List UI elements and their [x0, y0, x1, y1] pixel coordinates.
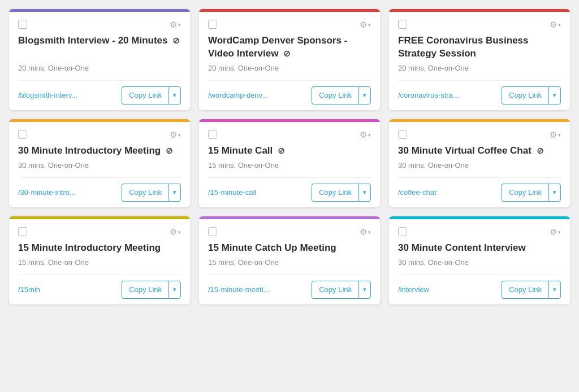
gear-icon: ⚙: [550, 130, 557, 140]
card-header-row: ⚙ ▾: [208, 20, 371, 30]
card-link[interactable]: /blogsmith-interv...: [18, 91, 117, 99]
hidden-icon: ⊘: [172, 35, 180, 46]
card-link[interactable]: /30-minute-intro...: [18, 188, 117, 197]
card-gear-menu[interactable]: ⚙ ▾: [170, 20, 181, 30]
card-footer: /coffee-chat Copy Link ▾: [398, 177, 561, 202]
gear-icon: ⚙: [550, 227, 557, 237]
card-meta: 20 mins, One-on-One: [398, 64, 561, 72]
card-checkbox[interactable]: [208, 227, 217, 236]
card-title: Blogsmith Interview - 20 Minutes ⊘: [18, 34, 181, 60]
event-card: ⚙ ▾ 15 Minute Catch Up Meeting 15 mins, …: [199, 216, 380, 304]
gear-icon: ⚙: [550, 20, 557, 30]
card-checkbox[interactable]: [18, 20, 27, 29]
card-checkbox[interactable]: [398, 227, 407, 236]
card-gear-menu[interactable]: ⚙ ▾: [550, 130, 561, 140]
card-link[interactable]: /wordcamp-denv...: [208, 91, 307, 99]
copy-link-dropdown-button[interactable]: ▾: [168, 86, 181, 104]
copy-link-button[interactable]: Copy Link: [312, 184, 358, 202]
card-checkbox[interactable]: [18, 227, 27, 236]
card-header-row: ⚙ ▾: [18, 130, 181, 140]
copy-link-button[interactable]: Copy Link: [502, 184, 548, 202]
copy-link-button[interactable]: Copy Link: [312, 281, 358, 299]
chevron-down-icon: ▾: [558, 132, 561, 138]
card-title: FREE Coronavirus Business Strategy Sessi…: [398, 34, 561, 60]
card-link[interactable]: /15-minute-call: [208, 188, 307, 197]
card-link[interactable]: /coronavirus-stra...: [398, 91, 497, 99]
card-link[interactable]: /15min: [18, 285, 117, 294]
card-header-row: ⚙ ▾: [18, 227, 181, 237]
card-footer: /15min Copy Link ▾: [18, 275, 181, 299]
chevron-down-icon: ▾: [178, 22, 181, 28]
card-body: ⚙ ▾ Blogsmith Interview - 20 Minutes ⊘ 2…: [9, 12, 190, 110]
card-header-row: ⚙ ▾: [208, 227, 371, 237]
copy-link-dropdown-button[interactable]: ▾: [358, 86, 371, 104]
card-gear-menu[interactable]: ⚙ ▾: [360, 20, 371, 30]
card-title: 30 Minute Virtual Coffee Chat ⊘: [398, 145, 561, 158]
card-meta: 15 mins, One-on-One: [18, 258, 181, 267]
chevron-down-icon: ▾: [558, 229, 561, 235]
copy-link-button[interactable]: Copy Link: [122, 281, 168, 299]
chevron-down-icon: ▾: [178, 132, 181, 138]
copy-link-button[interactable]: Copy Link: [122, 86, 168, 104]
hidden-icon: ⊘: [278, 145, 285, 156]
event-card: ⚙ ▾ 30 Minute Introductory Meeting ⊘ 30 …: [9, 119, 190, 207]
event-card: ⚙ ▾ 15 Minute Call ⊘ 15 mins, One-on-One…: [199, 119, 380, 207]
card-header-row: ⚙ ▾: [398, 227, 561, 237]
gear-icon: ⚙: [360, 227, 367, 237]
card-checkbox[interactable]: [18, 130, 27, 139]
gear-icon: ⚙: [170, 227, 177, 237]
chevron-down-icon: ▾: [173, 189, 176, 196]
card-gear-menu[interactable]: ⚙ ▾: [170, 130, 181, 140]
chevron-down-icon: ▾: [178, 229, 181, 235]
card-gear-menu[interactable]: ⚙ ▾: [360, 227, 371, 237]
card-meta: 30 mins, One-on-One: [18, 161, 181, 169]
copy-link-dropdown-button[interactable]: ▾: [168, 184, 181, 202]
card-checkbox[interactable]: [208, 130, 217, 139]
copy-link-button[interactable]: Copy Link: [122, 184, 168, 202]
event-card: ⚙ ▾ WordCamp Denver Sponsors - Video Int…: [199, 9, 380, 110]
chevron-down-icon: ▾: [368, 132, 371, 138]
chevron-down-icon: ▾: [173, 286, 176, 293]
card-footer: /15-minute-meeti... Copy Link ▾: [208, 275, 371, 299]
copy-link-button[interactable]: Copy Link: [502, 281, 548, 299]
event-card: ⚙ ▾ Blogsmith Interview - 20 Minutes ⊘ 2…: [9, 9, 190, 110]
card-checkbox[interactable]: [208, 20, 217, 29]
card-header-row: ⚙ ▾: [18, 20, 181, 30]
event-types-grid: ⚙ ▾ Blogsmith Interview - 20 Minutes ⊘ 2…: [9, 9, 570, 304]
card-meta: 20 mins, One-on-One: [18, 64, 181, 72]
copy-link-dropdown-button[interactable]: ▾: [548, 184, 561, 202]
card-meta: 15 mins, One-on-One: [208, 258, 371, 267]
card-footer: /30-minute-intro... Copy Link ▾: [18, 177, 181, 202]
event-card: ⚙ ▾ 30 Minute Content Interview 30 mins,…: [389, 216, 570, 304]
card-gear-menu[interactable]: ⚙ ▾: [360, 130, 371, 140]
card-gear-menu[interactable]: ⚙ ▾: [550, 227, 561, 237]
copy-link-dropdown-button[interactable]: ▾: [358, 184, 371, 202]
hidden-icon: ⊘: [166, 145, 173, 156]
chevron-down-icon: ▾: [553, 286, 556, 293]
hidden-icon: ⊘: [537, 145, 544, 156]
card-link[interactable]: /coffee-chat: [398, 188, 497, 197]
gear-icon: ⚙: [360, 130, 367, 140]
copy-link-button[interactable]: Copy Link: [312, 86, 358, 104]
hidden-icon: ⊘: [283, 48, 291, 59]
chevron-down-icon: ▾: [558, 22, 561, 28]
copy-link-dropdown-button[interactable]: ▾: [168, 281, 181, 299]
card-meta: 15 mins, One-on-One: [208, 161, 371, 169]
copy-link-dropdown-button[interactable]: ▾: [548, 86, 561, 104]
event-card: ⚙ ▾ FREE Coronavirus Business Strategy S…: [389, 9, 570, 110]
chevron-down-icon: ▾: [553, 92, 556, 99]
copy-link-dropdown-button[interactable]: ▾: [358, 281, 371, 299]
card-title: 30 Minute Introductory Meeting ⊘: [18, 145, 181, 158]
card-checkbox[interactable]: [398, 130, 407, 139]
card-link[interactable]: /15-minute-meeti...: [208, 285, 307, 294]
card-gear-menu[interactable]: ⚙ ▾: [170, 227, 181, 237]
copy-link-button[interactable]: Copy Link: [502, 86, 548, 104]
event-card: ⚙ ▾ 15 Minute Introductory Meeting 15 mi…: [9, 216, 190, 304]
card-title: WordCamp Denver Sponsors - Video Intervi…: [208, 34, 371, 60]
card-checkbox[interactable]: [398, 20, 407, 29]
copy-link-dropdown-button[interactable]: ▾: [548, 281, 561, 299]
event-card: ⚙ ▾ 30 Minute Virtual Coffee Chat ⊘ 30 m…: [389, 119, 570, 207]
chevron-down-icon: ▾: [363, 286, 366, 293]
card-gear-menu[interactable]: ⚙ ▾: [550, 20, 561, 30]
card-link[interactable]: /interview: [398, 285, 497, 294]
